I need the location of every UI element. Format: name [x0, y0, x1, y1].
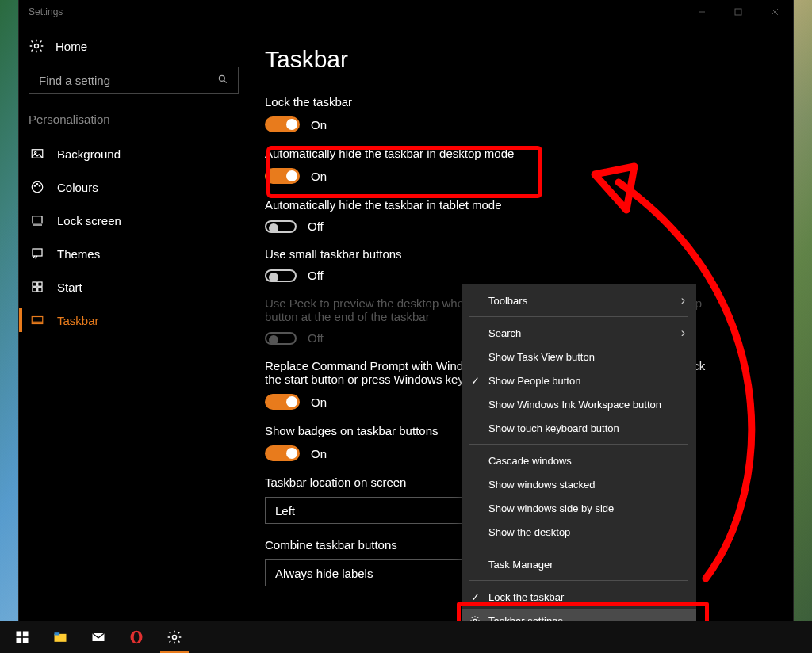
gear-icon: [29, 38, 44, 54]
taskbar-icon: [30, 313, 44, 327]
svg-rect-26: [23, 638, 29, 643]
sidebar-item-label: Themes: [57, 247, 100, 261]
svg-point-5: [219, 75, 224, 81]
svg-point-30: [134, 632, 140, 642]
sidebar: Home Personalisation Background Colours: [19, 24, 257, 621]
option-label: Lock the taskbar: [265, 95, 709, 109]
option-lock-taskbar: Lock the taskbar On: [265, 95, 709, 132]
search-box[interactable]: [29, 67, 239, 94]
svg-rect-19: [38, 288, 42, 292]
menu-item-stacked[interactable]: Show windows stacked: [462, 472, 696, 496]
maximize-button[interactable]: [720, 0, 756, 24]
toggle-state: On: [311, 395, 327, 409]
page-title: Taskbar: [265, 46, 761, 73]
toggle-badges[interactable]: [265, 445, 300, 461]
toggle-lock-taskbar[interactable]: [265, 116, 300, 132]
svg-rect-15: [33, 249, 42, 256]
menu-item-search[interactable]: Search: [462, 321, 696, 345]
option-autohide-desktop: Automatically hide the taskbar in deskto…: [265, 147, 709, 184]
sidebar-item-label: Colours: [57, 181, 98, 194]
home-label: Home: [56, 40, 87, 53]
mail-icon[interactable]: [79, 621, 117, 653]
option-autohide-tablet: Automatically hide the taskbar in tablet…: [265, 198, 709, 233]
toggle-state: On: [311, 170, 327, 183]
svg-rect-24: [23, 632, 29, 637]
menu-separator: [469, 548, 688, 548]
toggle-state: Off: [308, 220, 324, 233]
taskbar-context-menu: Toolbars Search Show Task View button Sh…: [462, 284, 696, 637]
menu-item-taskview[interactable]: Show Task View button: [462, 345, 696, 369]
toggle-state: Off: [308, 331, 324, 345]
sidebar-item-lockscreen[interactable]: Lock screen: [19, 204, 257, 237]
menu-item-sidebyside[interactable]: Show windows side by side: [462, 496, 696, 520]
search-input[interactable]: [39, 74, 197, 87]
svg-point-12: [39, 185, 40, 187]
close-button[interactable]: [756, 0, 793, 24]
start-icon: [30, 280, 44, 294]
themes-icon: [30, 246, 44, 261]
svg-rect-23: [17, 632, 22, 637]
category-header: Personalisation: [19, 113, 257, 137]
titlebar: Settings: [19, 0, 793, 24]
svg-point-11: [36, 184, 38, 185]
start-button[interactable]: [3, 621, 41, 653]
menu-item-cascade[interactable]: Cascade windows: [462, 449, 696, 472]
menu-item-people[interactable]: Show People button: [462, 369, 696, 392]
menu-separator: [469, 444, 688, 445]
sidebar-item-taskbar[interactable]: Taskbar: [19, 304, 257, 337]
file-explorer-icon[interactable]: [41, 621, 79, 653]
option-label: Use small taskbar buttons: [265, 247, 709, 261]
toggle-autohide-desktop[interactable]: [265, 168, 300, 184]
menu-item-touchkeyboard[interactable]: Show touch keyboard button: [462, 416, 696, 440]
menu-item-showdesktop[interactable]: Show the desktop: [462, 520, 696, 544]
palette-icon: [30, 180, 44, 194]
sidebar-item-start[interactable]: Start: [19, 270, 257, 304]
svg-rect-17: [38, 282, 42, 286]
sidebar-item-themes[interactable]: Themes: [19, 237, 257, 270]
option-label: Automatically hide the taskbar in tablet…: [265, 198, 709, 212]
menu-item-ink[interactable]: Show Windows Ink Workspace button: [462, 392, 696, 416]
picture-icon: [30, 147, 44, 161]
menu-item-toolbars[interactable]: Toolbars: [462, 288, 696, 312]
toggle-small-buttons[interactable]: [265, 269, 297, 282]
svg-rect-16: [33, 282, 36, 286]
lockscreen-icon: [30, 213, 44, 227]
taskbar[interactable]: [0, 621, 812, 653]
svg-line-6: [224, 80, 226, 82]
svg-point-10: [34, 185, 36, 187]
opera-icon[interactable]: [117, 621, 155, 653]
toggle-peek: [265, 332, 297, 345]
minimize-button[interactable]: [684, 0, 720, 24]
window-title: Settings: [29, 6, 63, 17]
svg-rect-20: [32, 317, 43, 324]
svg-rect-28: [55, 632, 60, 635]
toggle-replace-cmd[interactable]: [265, 394, 300, 410]
toggle-state: On: [311, 118, 327, 132]
menu-separator: [469, 316, 688, 317]
toggle-state: Off: [308, 269, 324, 282]
settings-taskbar-icon[interactable]: [155, 621, 193, 653]
toggle-state: On: [311, 447, 327, 460]
sidebar-item-label: Background: [57, 147, 121, 161]
option-small-buttons: Use small taskbar buttons Off: [265, 247, 709, 282]
select-value: Left: [275, 504, 295, 517]
menu-item-taskmanager[interactable]: Task Manager: [462, 552, 696, 576]
sidebar-item-label: Start: [57, 281, 82, 294]
sidebar-item-label: Lock screen: [57, 214, 121, 227]
svg-rect-18: [33, 288, 36, 292]
sidebar-item-background[interactable]: Background: [19, 137, 257, 170]
svg-point-4: [35, 44, 39, 48]
select-value: Always hide labels: [275, 567, 373, 580]
sidebar-item-label: Taskbar: [57, 314, 99, 327]
menu-item-locktaskbar[interactable]: Lock the taskbar: [462, 585, 696, 609]
svg-point-31: [173, 636, 177, 640]
svg-rect-13: [33, 216, 42, 223]
svg-rect-25: [17, 638, 22, 643]
search-icon: [217, 74, 228, 87]
toggle-autohide-tablet[interactable]: [265, 220, 297, 233]
menu-separator: [469, 580, 688, 581]
sidebar-item-colours[interactable]: Colours: [19, 170, 257, 204]
svg-rect-1: [735, 9, 741, 15]
home-button[interactable]: Home: [19, 36, 257, 67]
option-label: Automatically hide the taskbar in deskto…: [265, 147, 709, 160]
